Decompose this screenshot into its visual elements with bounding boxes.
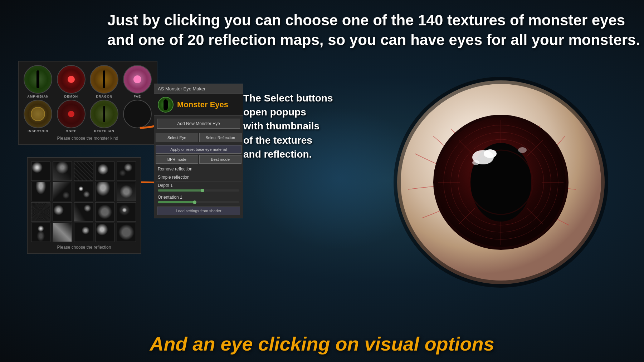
depth-fill bbox=[158, 189, 203, 192]
plugin-title-bar: AS Monster Eye Maker bbox=[154, 84, 243, 94]
reflection-cell-9[interactable] bbox=[95, 182, 114, 201]
orientation-handle[interactable] bbox=[193, 200, 196, 204]
bpr-mode-button[interactable]: BPR mode bbox=[156, 155, 198, 164]
monster-cell-insectoid[interactable]: INSECTOID bbox=[22, 100, 54, 133]
ref-thumb-6 bbox=[31, 182, 50, 201]
reflection-cell-14[interactable] bbox=[95, 202, 114, 222]
monster-thumb-amphibian bbox=[24, 65, 52, 94]
reflection-cell-1[interactable] bbox=[31, 162, 50, 181]
pupil-amphibian bbox=[36, 70, 39, 88]
header-line2: and one of 20 reflection maps, so you ca… bbox=[107, 30, 537, 50]
reflection-grid-container: Please choose the reflection bbox=[27, 157, 141, 254]
pupil-reptilian bbox=[103, 106, 105, 122]
select-buttons-row: Select Eye Select Reflection bbox=[154, 132, 243, 144]
depth-handle[interactable] bbox=[201, 189, 204, 192]
ref-thumb-5 bbox=[117, 162, 136, 180]
ref-thumb-17 bbox=[53, 223, 72, 242]
monster-cell-dragon[interactable]: DRAGON bbox=[88, 65, 120, 98]
reflection-cell-8[interactable] bbox=[74, 182, 93, 201]
apply-reset-section: Apply or reset base eye material BPR mod… bbox=[154, 144, 243, 218]
ref-thumb-13 bbox=[74, 203, 93, 221]
ref-thumb-14 bbox=[96, 203, 114, 221]
footer-text: And an eye clicking on visual options bbox=[150, 333, 494, 355]
best-mode-button[interactable]: Best mode bbox=[199, 155, 242, 164]
select-reflection-button[interactable]: Select Reflection bbox=[199, 133, 242, 142]
header-text: Just by clicking you can choose one of t… bbox=[107, 11, 537, 50]
reflection-cell-6[interactable] bbox=[31, 182, 50, 201]
ref-thumb-11 bbox=[31, 203, 50, 221]
select-eye-button[interactable]: Select Eye bbox=[156, 133, 198, 142]
eye-image-container bbox=[379, 64, 623, 297]
reflection-cell-17[interactable] bbox=[53, 223, 72, 242]
reflection-cell-3[interactable] bbox=[74, 162, 93, 181]
remove-reflection-option[interactable]: Remove reflection bbox=[156, 165, 241, 173]
ref-thumb-18 bbox=[74, 223, 93, 242]
monster-label-ogre: OGRE bbox=[65, 129, 77, 133]
monster-thumb-dragon bbox=[90, 65, 118, 94]
reflection-cell-16[interactable] bbox=[31, 223, 50, 242]
ref-thumb-8 bbox=[74, 182, 93, 201]
monster-cell-amphibian[interactable]: AMPHIBIAN bbox=[22, 65, 54, 98]
reflection-grid bbox=[31, 162, 137, 242]
reflection-cell-20[interactable] bbox=[117, 223, 136, 242]
monster-label-amphibian: AMPHIBIAN bbox=[27, 95, 49, 98]
monster-cell-empty bbox=[122, 100, 153, 133]
add-monster-eye-button[interactable]: Add New Monster Eye bbox=[157, 119, 240, 129]
monster-label-reptilian: REPTILIAN bbox=[94, 129, 114, 133]
reflection-cell-18[interactable] bbox=[74, 223, 93, 242]
reflection-cell-15[interactable] bbox=[117, 202, 136, 222]
reflection-cell-10[interactable] bbox=[117, 182, 136, 201]
monster-cell-demon[interactable]: DEMON bbox=[55, 65, 87, 98]
ref-thumb-3 bbox=[74, 162, 93, 180]
reflection-cell-7[interactable] bbox=[53, 182, 72, 201]
svg-point-20 bbox=[472, 160, 479, 165]
orientation-slider-row: Orientation 1 bbox=[156, 193, 241, 205]
logo-text: Monster Eyes bbox=[177, 100, 228, 109]
ref-thumb-7 bbox=[53, 182, 72, 201]
monster-label-dragon: DRAGON bbox=[96, 95, 112, 98]
orientation-label: Orientation 1 bbox=[158, 195, 239, 200]
monster-cell-reptilian[interactable]: REPTILIAN bbox=[88, 100, 120, 133]
monster-label-fae: FAE bbox=[133, 95, 141, 98]
pupil-fae bbox=[133, 75, 141, 83]
reflection-cell-13[interactable] bbox=[74, 202, 93, 222]
monster-label-insectoid: INSECTOID bbox=[28, 129, 48, 133]
reflection-cell-5[interactable] bbox=[117, 162, 136, 181]
plugin-panel: AS Monster Eye Maker Monster Eyes Add Ne… bbox=[154, 84, 243, 218]
simple-reflection-option[interactable]: Simple reflection bbox=[156, 173, 241, 182]
reflection-cell-11[interactable] bbox=[31, 202, 50, 222]
reflection-cell-19[interactable] bbox=[95, 223, 114, 242]
depth-label: Depth 1 bbox=[158, 183, 239, 188]
reflection-cell-12[interactable] bbox=[53, 202, 72, 222]
logo-eye-icon bbox=[158, 97, 174, 113]
monster-thumb-empty bbox=[123, 100, 152, 128]
plugin-add-section: Add New Monster Eye bbox=[154, 116, 243, 132]
ref-thumb-20 bbox=[117, 223, 136, 242]
reflection-cell-2[interactable] bbox=[53, 162, 72, 181]
monster-grid: AMPHIBIAN DEMON DRAGON FAE INSECTOID bbox=[22, 65, 153, 133]
orientation-slider[interactable] bbox=[158, 201, 239, 203]
monster-eye-svg bbox=[379, 64, 623, 297]
reflection-cell-4[interactable] bbox=[95, 162, 114, 181]
pupil-insectoid bbox=[31, 107, 45, 121]
monster-cell-ogre[interactable]: OGRE bbox=[55, 100, 87, 133]
depth-slider[interactable] bbox=[158, 189, 239, 192]
ref-thumb-19 bbox=[96, 223, 114, 242]
ref-thumb-1 bbox=[31, 162, 50, 180]
monster-grid-caption: Please choose the monster kind bbox=[22, 136, 153, 141]
monster-thumb-reptilian bbox=[90, 100, 118, 128]
mode-row: BPR mode Best mode bbox=[156, 155, 241, 164]
description-box: The Select buttonsopen popupswith thumbn… bbox=[243, 91, 354, 161]
ref-thumb-12 bbox=[53, 203, 72, 221]
monster-thumb-ogre bbox=[57, 100, 86, 128]
ref-thumb-15 bbox=[117, 203, 136, 221]
header-line1: Just by clicking you can choose one of t… bbox=[107, 11, 537, 30]
monster-cell-fae[interactable]: FAE bbox=[122, 65, 153, 98]
ref-thumb-2 bbox=[53, 162, 72, 180]
reflection-grid-caption: Please choose the reflection bbox=[31, 245, 137, 250]
depth-slider-row: Depth 1 bbox=[156, 182, 241, 193]
orientation-fill bbox=[158, 201, 195, 203]
plugin-logo: Monster Eyes bbox=[154, 94, 243, 116]
load-settings-button[interactable]: Load settings from shader bbox=[157, 207, 240, 215]
apply-reset-button[interactable]: Apply or reset base eye material bbox=[156, 145, 241, 154]
